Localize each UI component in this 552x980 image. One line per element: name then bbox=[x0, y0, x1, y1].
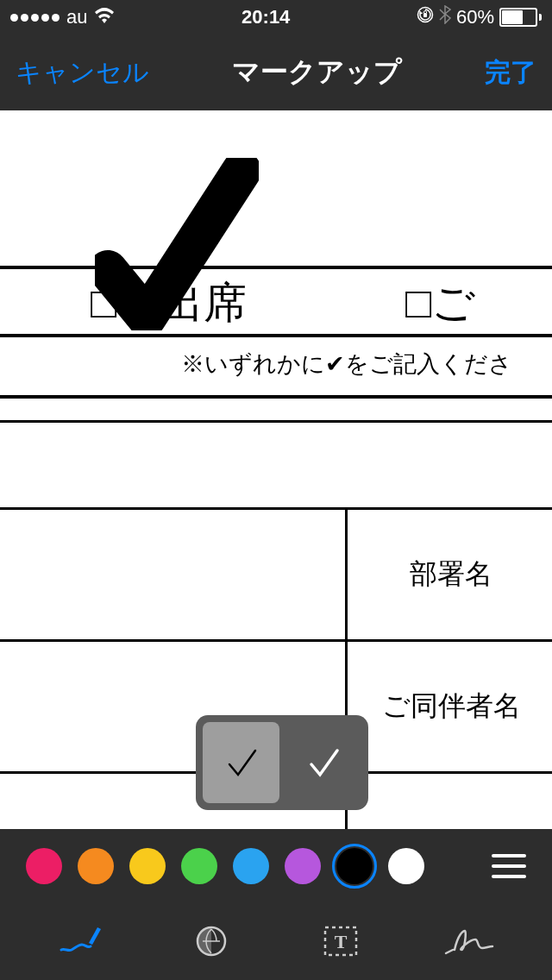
color-swatch-white[interactable] bbox=[388, 848, 424, 884]
color-swatch-orange[interactable] bbox=[78, 848, 114, 884]
pen-tool-icon[interactable] bbox=[47, 915, 116, 967]
color-swatch-black[interactable] bbox=[336, 848, 373, 884]
battery-icon bbox=[499, 8, 542, 27]
battery-pct: 60% bbox=[456, 6, 494, 28]
status-left: au bbox=[10, 6, 115, 28]
color-swatch-row bbox=[0, 829, 552, 902]
thick-check-style[interactable] bbox=[285, 722, 361, 803]
carrier-label: au bbox=[66, 6, 87, 28]
svg-rect-1 bbox=[423, 13, 427, 17]
status-bar: au 20:14 60% bbox=[0, 0, 552, 35]
markup-toolbar: T bbox=[0, 829, 552, 980]
markup-canvas[interactable]: □ご出席 □ご ※いずれかに✔をご記入くださ 部署名 ご同伴者名 FAX bbox=[0, 110, 552, 829]
clock: 20:14 bbox=[242, 6, 290, 28]
cancel-button[interactable]: キャンセル bbox=[16, 55, 149, 91]
signature-tool-icon[interactable] bbox=[436, 915, 505, 967]
instruction-text: ※いずれかに✔をご記入くださ bbox=[181, 349, 512, 380]
table-cell-left bbox=[0, 510, 348, 639]
nav-bar: キャンセル マークアップ 完了 bbox=[0, 35, 552, 110]
orientation-lock-icon bbox=[417, 6, 434, 28]
done-button[interactable]: 完了 bbox=[485, 55, 536, 91]
dept-label: 部署名 bbox=[348, 510, 552, 639]
option-other: □ご bbox=[405, 274, 475, 332]
fax-label: FAX bbox=[348, 774, 552, 829]
color-swatch-pink[interactable] bbox=[26, 848, 62, 884]
status-right: 60% bbox=[417, 5, 542, 29]
color-swatch-blue[interactable] bbox=[233, 848, 269, 884]
form-divider-row bbox=[0, 395, 552, 423]
svg-text:T: T bbox=[335, 931, 348, 952]
stroke-style-popup bbox=[196, 715, 368, 810]
table-row: 部署名 bbox=[0, 510, 552, 642]
page-title: マークアップ bbox=[232, 53, 402, 91]
text-tool-icon[interactable]: T bbox=[306, 915, 375, 967]
option-attend: □ご出席 bbox=[91, 274, 247, 332]
bluetooth-icon bbox=[439, 5, 451, 29]
signal-dots-icon bbox=[10, 14, 60, 22]
color-swatch-green[interactable] bbox=[181, 848, 217, 884]
more-options-icon[interactable] bbox=[492, 854, 526, 878]
tool-row: T bbox=[0, 902, 552, 980]
color-swatch-yellow[interactable] bbox=[129, 848, 166, 884]
thin-check-style[interactable] bbox=[203, 722, 279, 803]
companion-label: ご同伴者名 bbox=[348, 642, 552, 771]
form-options-row: □ご出席 □ご bbox=[0, 266, 552, 337]
wifi-icon bbox=[94, 6, 115, 28]
magnifier-tool-icon[interactable] bbox=[177, 915, 246, 967]
color-swatch-purple[interactable] bbox=[285, 848, 321, 884]
